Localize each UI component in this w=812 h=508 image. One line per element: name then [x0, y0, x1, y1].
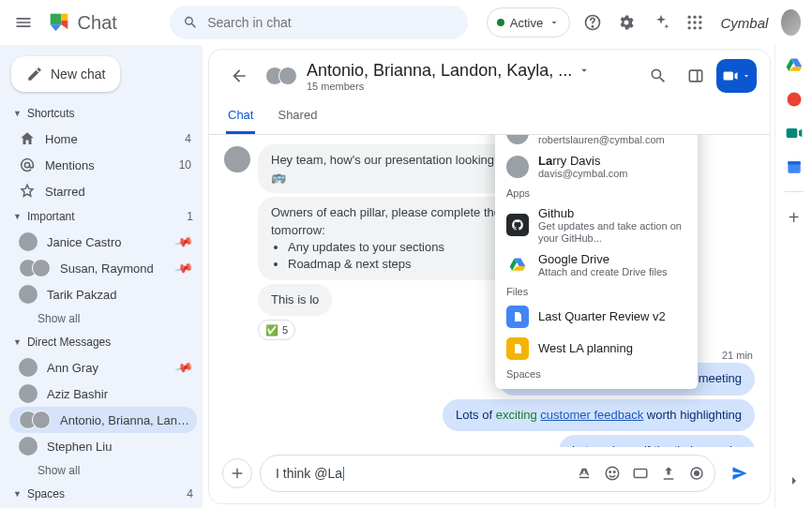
svg-point-2 — [688, 16, 691, 19]
mention-file[interactable]: Last Quarter Review v2 — [495, 301, 698, 333]
chevron-down-icon[interactable] — [578, 64, 591, 77]
svg-point-19 — [695, 471, 699, 476]
emoji-icon[interactable] — [604, 465, 621, 482]
svg-point-14 — [606, 467, 619, 480]
meet-icon[interactable] — [785, 124, 804, 142]
svg-point-8 — [688, 26, 691, 29]
pin-icon: 📌 — [173, 259, 193, 278]
chat-pane: Antonio, Brianna, Landon, Kayla, ... 15 … — [208, 49, 771, 504]
mention-file[interactable]: West LA planning — [495, 333, 698, 365]
message-bubble: Let me know if the timing works — [559, 435, 755, 447]
dm-item-active[interactable]: Antonio, Brianna, Landon, Kayla, Jo... — [9, 407, 197, 433]
gif-icon[interactable] — [632, 465, 649, 482]
calendar-icon[interactable] — [785, 157, 804, 176]
video-call-button[interactable] — [716, 59, 757, 93]
important-item[interactable]: Susan, Raymond📌 — [9, 255, 197, 281]
important-showall[interactable]: Show all — [9, 307, 197, 330]
send-button[interactable] — [723, 456, 757, 490]
settings-icon[interactable] — [614, 6, 639, 39]
sender-avatar — [224, 146, 250, 172]
spaces-header[interactable]: ▼Spaces4 — [9, 482, 197, 506]
svg-point-1 — [592, 26, 593, 27]
search-bar[interactable] — [170, 6, 468, 39]
collapse-rail-icon[interactable] — [787, 473, 802, 491]
app-logo: Chat — [46, 9, 117, 36]
dm-item[interactable]: Stephen Liu — [9, 433, 197, 459]
mention-app[interactable]: GithubGet updates and take action on you… — [495, 202, 698, 247]
svg-point-10 — [699, 26, 701, 29]
brand-label: Cymbal — [720, 15, 768, 31]
svg-point-3 — [694, 16, 697, 19]
chevron-down-icon — [742, 71, 751, 81]
mention-person[interactable]: Lauren Robertsrobertslauren@cymbal.com — [495, 135, 698, 150]
important-item[interactable]: Janice Castro📌 — [9, 229, 197, 255]
group-avatar — [265, 67, 297, 85]
search-icon — [183, 14, 198, 31]
svg-point-9 — [694, 26, 697, 29]
svg-point-11 — [24, 162, 29, 167]
svg-point-20 — [787, 93, 801, 107]
svg-point-6 — [694, 21, 697, 23]
pin-icon: 📌 — [173, 358, 193, 378]
mention-app[interactable]: Google DriveAttach and create Drive file… — [495, 248, 698, 282]
mention-person[interactable]: Larry Davisdavis@cymbal.com — [495, 150, 698, 184]
record-icon[interactable] — [688, 465, 705, 482]
svg-point-7 — [699, 21, 701, 23]
timestamp: 21 min — [722, 350, 753, 361]
new-chat-button[interactable]: New chat — [11, 56, 120, 92]
chevron-down-icon — [549, 17, 560, 28]
back-icon[interactable] — [222, 59, 256, 93]
panel-icon[interactable] — [679, 59, 713, 93]
video-icon — [722, 67, 739, 84]
svg-rect-12 — [689, 70, 701, 82]
message-bubble: This is lo — [258, 284, 332, 316]
attach-plus-button[interactable] — [222, 458, 252, 488]
tab-shared[interactable]: Shared — [276, 98, 319, 134]
dm-item[interactable]: Ann Gray📌 — [9, 354, 197, 381]
shortcuts-header[interactable]: ▼Shortcuts — [9, 101, 197, 126]
pin-icon: 📌 — [173, 232, 193, 252]
svg-rect-22 — [788, 161, 800, 164]
sparkle-icon[interactable] — [648, 6, 673, 39]
important-header[interactable]: ▼Important1 — [9, 204, 197, 229]
tab-chat[interactable]: Chat — [226, 98, 255, 134]
svg-rect-17 — [634, 470, 647, 478]
drive-icon[interactable] — [785, 56, 804, 75]
star-icon — [19, 183, 36, 200]
dm-header[interactable]: ▼Direct Messages — [9, 330, 197, 354]
mention-popup: People Landon Garcialgarcia@cymbal.com L… — [495, 135, 698, 389]
format-icon[interactable] — [576, 465, 593, 482]
search-in-chat-icon[interactable] — [641, 59, 675, 93]
svg-point-15 — [609, 471, 611, 473]
profile-avatar[interactable] — [781, 9, 801, 36]
sidebar-mentions[interactable]: Mentions10 — [9, 152, 197, 178]
svg-point-4 — [699, 16, 701, 19]
search-input[interactable] — [207, 15, 455, 30]
chat-title: Antonio, Brianna, Landon, Kayla, ... — [307, 61, 572, 81]
sidebar-starred[interactable]: Starred — [9, 178, 197, 204]
home-icon — [19, 130, 36, 147]
app-name: Chat — [78, 12, 117, 34]
dm-item[interactable]: Aziz Bashir — [9, 381, 197, 407]
status-label: Active — [510, 16, 543, 30]
sidebar-home[interactable]: Home4 — [9, 126, 197, 152]
link[interactable]: customer feedback — [540, 408, 643, 422]
status-pill[interactable]: Active — [487, 7, 570, 37]
dm-showall[interactable]: Show all — [9, 459, 197, 482]
upload-icon[interactable] — [660, 465, 677, 482]
right-rail: + — [774, 45, 812, 508]
hamburger-icon[interactable] — [11, 6, 37, 39]
pencil-icon — [26, 66, 43, 82]
member-count: 15 members — [307, 81, 591, 92]
message-bubble: Lots of exciting customer feedback worth… — [443, 399, 755, 431]
reaction-chip[interactable]: ✅5 — [258, 320, 295, 340]
add-app-icon[interactable]: + — [789, 207, 800, 229]
svg-point-5 — [688, 21, 691, 23]
message-input[interactable]: I think @La — [260, 455, 715, 492]
status-dot-icon — [497, 19, 504, 26]
important-item[interactable]: Tarik Pakzad — [9, 281, 197, 307]
app-icon[interactable] — [785, 90, 804, 109]
apps-grid-icon[interactable] — [683, 6, 708, 39]
help-icon[interactable] — [579, 6, 605, 39]
sidebar: New chat ▼Shortcuts Home4 Mentions10 Sta… — [0, 45, 203, 508]
